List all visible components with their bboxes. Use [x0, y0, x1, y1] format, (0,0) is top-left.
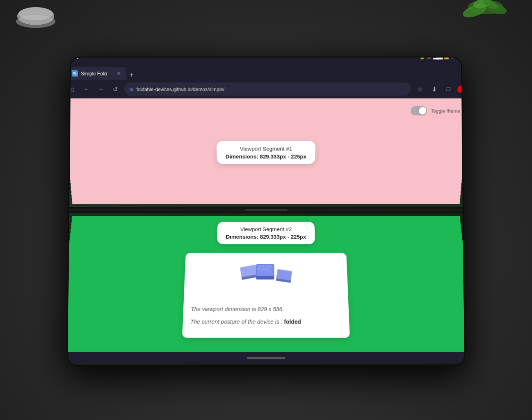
lock-icon: 🔒 [420, 58, 425, 59]
mute-icon: 🔇 [427, 58, 432, 59]
status-icons: 🔒 🔇 ▂▄▆ 📶 43% 🔋 [420, 58, 464, 59]
status-bar: 12:45 🔒 🔇 ▂▄▆ 📶 43% 🔋 [68, 58, 464, 62]
segment2-header: Viewport Segment #2 Dimensions: 829.333p… [69, 216, 463, 247]
hinge-pill [245, 209, 287, 211]
status-time: 12:45 [68, 58, 420, 60]
screen-top: 12:45 🔒 🔇 ▂▄▆ 📶 43% 🔋 W Simple Fold [68, 58, 464, 204]
bookmark-button[interactable]: ☆ [414, 86, 425, 93]
screen-bottom: Viewport Segment #2 Dimensions: 829.333p… [68, 216, 464, 363]
segment1-dimensions: Dimensions: 829.333px - 225px [226, 153, 307, 160]
battery-text: 43% [451, 58, 459, 59]
bowl-decoration [14, 0, 57, 29]
url-text: foldable-devices.github.io/demos/simple/ [136, 86, 406, 92]
tab-title: Simple Fold [81, 70, 107, 77]
site-info-icon[interactable]: ⊕ [129, 86, 133, 92]
toggle-iframe-switch[interactable] [410, 106, 427, 116]
segment2-dimensions: Dimensions: 829.333px - 225px [226, 234, 306, 240]
back-button[interactable]: ← [81, 86, 92, 93]
bottom-screen-content: The viewport dimension is 829 x 556. The… [68, 247, 464, 352]
top-screen-content: Toggle Iframe Viewport Segment #1 Dimens… [68, 98, 464, 204]
address-bar: ⌂ ← → ↺ ⊕ foldable-devices.github.io/dem… [68, 80, 464, 98]
bottom-nav-bar [68, 352, 464, 363]
device-top-half: 12:45 🔒 🔇 ▂▄▆ 📶 43% 🔋 W Simple Fold [69, 58, 463, 207]
foldable-device: 12:45 🔒 🔇 ▂▄▆ 📶 43% 🔋 W Simple Fold [68, 58, 464, 365]
info-card: The viewport dimension is 829 x 556. The… [182, 253, 350, 338]
svg-rect-13 [256, 276, 274, 279]
forward-button[interactable]: → [95, 86, 107, 93]
viewport-dimension-text: The viewport dimension is 829 x 556. [191, 304, 341, 314]
tab-switcher-button[interactable]: □ [443, 86, 454, 93]
device-hinge [69, 207, 463, 213]
device-illustration [191, 260, 341, 298]
svg-point-7 [19, 7, 53, 20]
svg-line-21 [274, 275, 277, 276]
toggle-knob [419, 107, 427, 114]
browser-tab[interactable]: W Simple Fold × [68, 67, 127, 79]
device-bottom-half: Viewport Segment #2 Dimensions: 829.333p… [68, 213, 464, 365]
toggle-label: Toggle Iframe [431, 108, 460, 114]
download-button[interactable]: ⬇ [429, 86, 440, 93]
viewport-segment-1-box: Viewport Segment #1 Dimensions: 829.333p… [216, 141, 315, 164]
tab-favicon: W [72, 70, 78, 77]
posture-text: The current posture of the device is : f… [190, 317, 342, 327]
nav-pill [247, 357, 285, 359]
plant-decoration [460, 0, 511, 32]
new-tab-button[interactable]: + [129, 70, 134, 79]
segment2-title: Viewport Segment #2 [226, 226, 306, 232]
tab-close-button[interactable]: × [117, 70, 120, 77]
signal-icon: 📶 [444, 58, 449, 59]
toggle-area: Toggle Iframe [410, 106, 460, 116]
tab-bar: W Simple Fold × + [68, 62, 464, 80]
viewport-segment-2-box: Viewport Segment #2 Dimensions: 829.333p… [217, 222, 315, 244]
posture-value: folded [284, 318, 301, 325]
url-bar[interactable]: ⊕ foldable-devices.github.io/demos/simpl… [124, 82, 411, 96]
refresh-button[interactable]: ↺ [110, 86, 121, 93]
wifi-icon: ▂▄▆ [433, 58, 443, 59]
segment1-title: Viewport Segment #1 [225, 145, 306, 152]
